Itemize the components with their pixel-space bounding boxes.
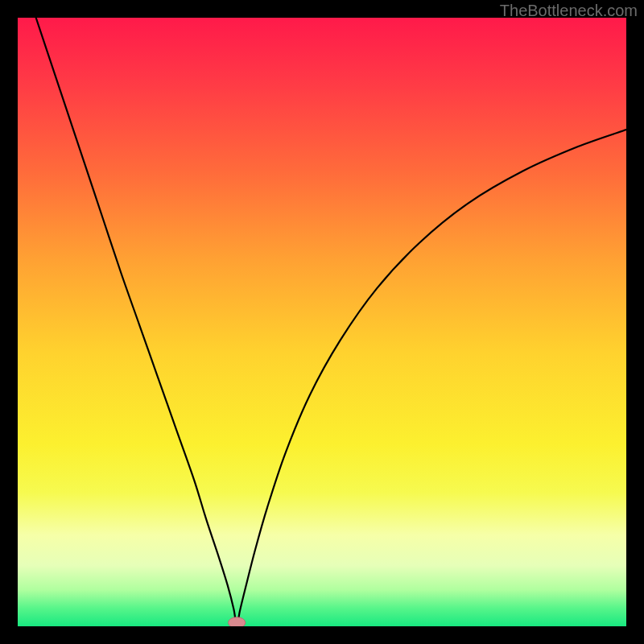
gradient-rect	[18, 18, 626, 626]
minimum-marker	[229, 617, 246, 626]
watermark-text: TheBottleneck.com	[500, 2, 638, 20]
bottleneck-chart	[18, 18, 626, 626]
